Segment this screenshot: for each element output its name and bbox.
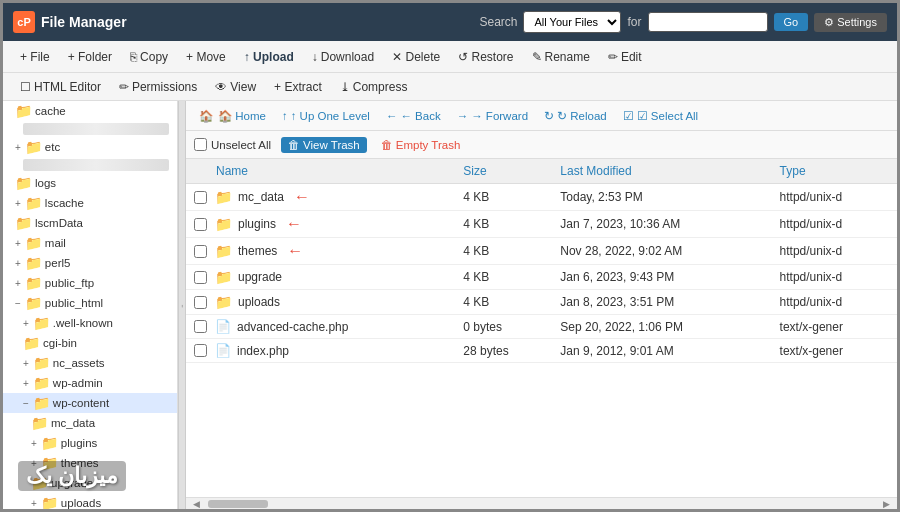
file-button[interactable]: + File	[13, 47, 57, 67]
edit-button[interactable]: ✏Edit	[601, 47, 649, 67]
table-row[interactable]: 📁 plugins ← 4 KB Jan 7, 2023, 10:36 AM h…	[186, 211, 897, 238]
file-modified: Sep 20, 2022, 1:06 PM	[552, 315, 771, 339]
select-all-button[interactable]: ☑ ☑ Select All	[618, 107, 704, 125]
sidebar-item-logs[interactable]: 📁 logs	[3, 173, 177, 193]
extract-button[interactable]: + Extract	[267, 77, 329, 97]
file-checkbox[interactable]	[194, 191, 207, 204]
sidebar-item-well-known[interactable]: + 📁 .well-known	[3, 313, 177, 333]
file-name-cell[interactable]: 📁 themes ←	[186, 238, 455, 265]
view-trash-button[interactable]: 🗑 View Trash	[281, 137, 367, 153]
forward-button[interactable]: → → Forward	[452, 108, 533, 124]
download-button[interactable]: ↓Download	[305, 47, 381, 67]
sidebar-item-nc-assets[interactable]: + 📁 nc_assets	[3, 353, 177, 373]
file-checkbox[interactable]	[194, 296, 207, 309]
col-modified-header[interactable]: Last Modified	[552, 159, 771, 184]
file-checkbox[interactable]	[194, 245, 207, 258]
file-name-cell[interactable]: 📁 upgrade	[186, 265, 455, 290]
app-logo: cP File Manager	[13, 11, 127, 33]
empty-trash-button[interactable]: 🗑 Empty Trash	[377, 137, 465, 153]
settings-button[interactable]: ⚙ Settings	[814, 13, 887, 32]
sidebar-item-lscache[interactable]: + 📁 lscache	[3, 193, 177, 213]
restore-button[interactable]: ↺ Restore	[451, 47, 520, 67]
table-row[interactable]: 📁 upgrade 4 KB Jan 6, 2023, 9:43 PM http…	[186, 265, 897, 290]
sidebar-item-wp-admin[interactable]: + 📁 wp-admin	[3, 373, 177, 393]
table-row[interactable]: 📁 themes ← 4 KB Nov 28, 2022, 9:02 AM ht…	[186, 238, 897, 265]
file-checkbox[interactable]	[194, 218, 207, 231]
sidebar-item-uploads[interactable]: + 📁 uploads	[3, 493, 177, 509]
move-button[interactable]: + Move	[179, 47, 233, 67]
file-modified: Jan 7, 2023, 10:36 AM	[552, 211, 771, 238]
sidebar-item-mail[interactable]: + 📁 mail	[3, 233, 177, 253]
table-row[interactable]: 📁 mc_data ← 4 KB Today, 2:53 PM httpd/un…	[186, 184, 897, 211]
col-name-header[interactable]: Name	[186, 159, 455, 184]
sidebar-item-etc[interactable]: + 📁 etc	[3, 137, 177, 157]
file-checkbox[interactable]	[194, 344, 207, 357]
view-button[interactable]: 👁View	[208, 77, 263, 97]
file-modified: Jan 8, 2023, 3:51 PM	[552, 290, 771, 315]
sidebar-item-cache[interactable]: 📁 cache	[3, 101, 177, 121]
expand-icon: +	[23, 358, 29, 369]
sidebar-item-mc-data[interactable]: 📁 mc_data	[3, 413, 177, 433]
sidebar-item-wp-content[interactable]: − 📁 wp-content	[3, 393, 177, 413]
table-row[interactable]: 📁 uploads 4 KB Jan 8, 2023, 3:51 PM http…	[186, 290, 897, 315]
folder-icon: 📁	[41, 495, 58, 509]
file-name: upgrade	[238, 270, 282, 284]
table-row[interactable]: 📄 index.php 28 bytes Jan 9, 2012, 9:01 A…	[186, 339, 897, 363]
file-name-cell[interactable]: 📄 advanced-cache.php	[186, 315, 455, 339]
file-checkbox[interactable]	[194, 320, 207, 333]
unselect-all-checkbox[interactable]: Unselect All	[194, 138, 271, 151]
back-button[interactable]: ← ← Back	[381, 108, 446, 124]
select-all-icon: ☑	[623, 109, 634, 123]
reload-button[interactable]: ↻ ↻ Reload	[539, 107, 612, 125]
scroll-right-arrow[interactable]: ▶	[880, 499, 893, 509]
resize-handle[interactable]: ···	[178, 101, 186, 509]
sidebar-item-lscmdata[interactable]: 📁 lscmData	[3, 213, 177, 233]
folder-icon: 📁	[215, 189, 232, 205]
sidebar-item-label: wp-content	[53, 397, 109, 409]
arrow-annotation: ←	[286, 215, 302, 233]
sidebar-item-label: perl5	[45, 257, 71, 269]
sidebar-item-public-html[interactable]: − 📁 public_html	[3, 293, 177, 313]
up-one-level-button[interactable]: ↑ ↑ Up One Level	[277, 108, 375, 124]
sidebar-item-public-ftp[interactable]: + 📁 public_ftp	[3, 273, 177, 293]
file-type: httpd/unix-d	[772, 265, 897, 290]
table-row[interactable]: 📄 advanced-cache.php 0 bytes Sep 20, 202…	[186, 315, 897, 339]
copy-button[interactable]: ⎘Copy	[123, 47, 175, 67]
col-type-header[interactable]: Type	[772, 159, 897, 184]
col-size-header[interactable]: Size	[455, 159, 552, 184]
folder-icon: 📁	[33, 395, 50, 411]
main-area: 📁 cache + 📁 etc 📁 logs + 📁 lscache 📁	[3, 101, 897, 509]
sidebar-item-cgi-bin[interactable]: 📁 cgi-bin	[3, 333, 177, 353]
folder-icon: 📁	[25, 255, 42, 271]
sidebar-item-label: plugins	[61, 437, 97, 449]
delete-button[interactable]: ✕ Delete	[385, 47, 447, 67]
app-window: cP File Manager Search All Your Files fo…	[0, 0, 900, 512]
go-button[interactable]: Go	[774, 13, 809, 31]
sidebar-item-perl5[interactable]: + 📁 perl5	[3, 253, 177, 273]
file-checkbox[interactable]	[194, 271, 207, 284]
search-input[interactable]	[648, 12, 768, 32]
sidebar-item-label: lscmData	[35, 217, 83, 229]
folder-button[interactable]: + Folder	[61, 47, 119, 67]
home-button[interactable]: 🏠 🏠 Home	[194, 107, 271, 125]
view-trash-icon: 🗑	[288, 139, 300, 151]
upload-button[interactable]: ↑ Upload	[237, 47, 301, 67]
horizontal-scrollbar[interactable]: ◀ ▶	[186, 497, 897, 509]
permissions-button[interactable]: ✏Permissions	[112, 77, 204, 97]
html-editor-button[interactable]: ☐HTML Editor	[13, 77, 108, 97]
rename-button[interactable]: ✎Rename	[525, 47, 597, 67]
file-size: 4 KB	[455, 184, 552, 211]
folder-icon: 📁	[15, 175, 32, 191]
file-name-cell[interactable]: 📁 plugins ←	[186, 211, 455, 238]
search-scope-select[interactable]: All Your Files	[523, 11, 621, 33]
file-name-cell[interactable]: 📄 index.php	[186, 339, 455, 363]
unselect-all-check[interactable]	[194, 138, 207, 151]
file-name-cell[interactable]: 📁 mc_data ←	[186, 184, 455, 211]
scrollbar-thumb[interactable]	[208, 500, 268, 508]
scroll-left-arrow[interactable]: ◀	[190, 499, 203, 509]
action-bar: Unselect All 🗑 View Trash 🗑 Empty Trash	[186, 131, 897, 159]
sidebar-item-plugins[interactable]: + 📁 plugins	[3, 433, 177, 453]
file-name-cell[interactable]: 📁 uploads	[186, 290, 455, 315]
compress-button[interactable]: ⤓Compress	[333, 77, 415, 97]
up-icon: ↑	[282, 110, 288, 122]
